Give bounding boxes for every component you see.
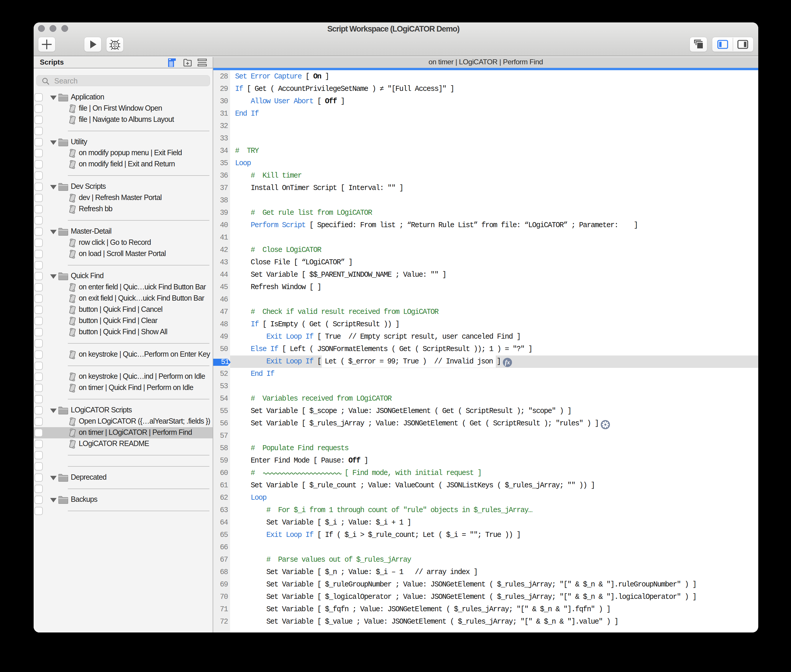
svg-text:fx: fx [505, 359, 510, 366]
